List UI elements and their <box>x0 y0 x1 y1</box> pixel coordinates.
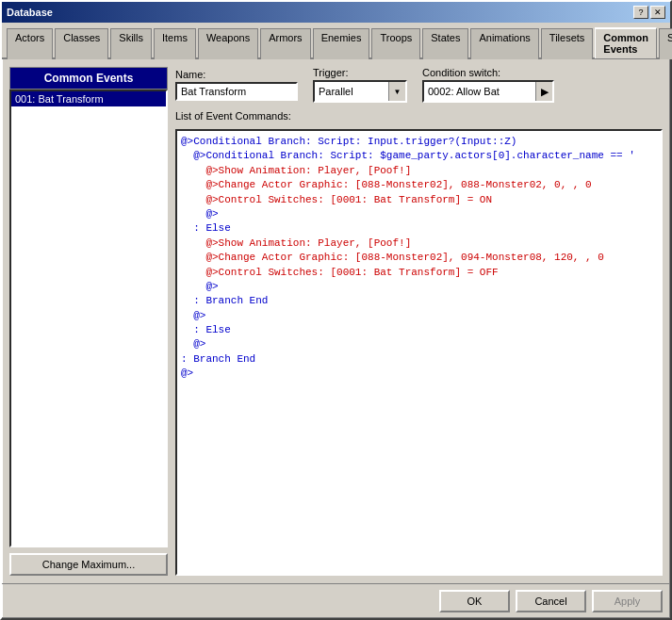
tab-animations[interactable]: Animations <box>470 28 538 59</box>
tab-common-events[interactable]: Common Events <box>595 27 657 58</box>
cancel-button[interactable]: Cancel <box>516 590 586 612</box>
name-label: Name: <box>175 69 298 80</box>
name-input[interactable] <box>175 82 298 101</box>
event-command-line[interactable]: @> <box>181 337 657 351</box>
name-group: Name: <box>175 69 298 101</box>
close-button[interactable]: ✕ <box>650 6 665 19</box>
tab-system[interactable]: System <box>659 28 672 59</box>
event-command-line[interactable]: : Branch End <box>181 352 657 367</box>
condition-switch-label: Condition switch: <box>422 67 554 78</box>
event-command-line[interactable]: @> <box>181 309 657 323</box>
content-area: Common Events 001: Bat Transform Change … <box>2 59 670 583</box>
tab-actors[interactable]: Actors <box>7 28 53 59</box>
tab-states[interactable]: States <box>422 28 468 59</box>
event-command-line[interactable]: @>Show Animation: Player, [Poof!] <box>181 164 657 178</box>
tab-skills[interactable]: Skills <box>110 28 152 59</box>
title-bar-buttons: ? ✕ <box>633 6 665 19</box>
apply-button[interactable]: Apply <box>592 590 663 612</box>
trigger-value: Parallel <box>315 84 388 99</box>
event-command-line[interactable]: : Branch End <box>181 294 657 308</box>
form-row: Name: Trigger: Parallel ▼ Condition swit… <box>175 67 663 103</box>
event-command-line[interactable]: @>Conditional Branch: Script: $game_part… <box>181 149 657 163</box>
right-panel: Name: Trigger: Parallel ▼ Condition swit… <box>175 67 663 576</box>
ok-button[interactable]: OK <box>439 590 510 612</box>
title-bar: Database ? ✕ <box>2 2 670 23</box>
tab-tilesets[interactable]: Tilesets <box>541 28 594 59</box>
condition-switch-group: Condition switch: 0002: Allow Bat ▶ <box>422 67 554 103</box>
event-command-line[interactable]: @>Control Switches: [0001: Bat Transform… <box>181 193 657 207</box>
trigger-group: Trigger: Parallel ▼ <box>313 67 407 103</box>
change-maximum-button[interactable]: Change Maximum... <box>9 553 168 576</box>
condition-switch-arrow[interactable]: ▶ <box>535 82 552 101</box>
tab-classes[interactable]: Classes <box>55 28 108 59</box>
trigger-label: Trigger: <box>313 67 407 78</box>
event-command-line[interactable]: @> <box>181 280 657 294</box>
event-command-line[interactable]: : Else <box>181 221 657 236</box>
event-commands-list[interactable]: @>Conditional Branch: Script: Input.trig… <box>175 129 663 576</box>
footer: OK Cancel Apply <box>2 583 670 618</box>
event-list-label: List of Event Commands: <box>175 110 663 122</box>
left-panel: Common Events 001: Bat Transform Change … <box>9 67 168 576</box>
list-item[interactable]: 001: Bat Transform <box>11 91 166 106</box>
panel-title: Common Events <box>9 67 168 90</box>
help-button[interactable]: ? <box>633 6 648 19</box>
window-title: Database <box>7 7 53 18</box>
tab-bar: Actors Classes Skills Items Weapons Armo… <box>2 23 670 59</box>
tab-enemies[interactable]: Enemies <box>313 28 370 59</box>
common-events-list[interactable]: 001: Bat Transform <box>9 90 168 547</box>
event-command-line[interactable]: : Else <box>181 323 657 337</box>
event-command-line[interactable]: @>Change Actor Graphic: [088-Monster02],… <box>181 251 657 265</box>
event-command-line[interactable]: @>Show Animation: Player, [Poof!] <box>181 237 657 251</box>
trigger-dropdown[interactable]: Parallel ▼ <box>313 80 407 103</box>
tab-weapons[interactable]: Weapons <box>198 28 258 59</box>
tab-troops[interactable]: Troops <box>371 28 420 59</box>
event-command-line[interactable]: @>Change Actor Graphic: [088-Monster02],… <box>181 178 657 192</box>
tab-armors[interactable]: Armors <box>260 28 310 59</box>
condition-switch-value: 0002: Allow Bat <box>424 84 535 99</box>
event-command-line[interactable]: @>Control Switches: [0001: Bat Transform… <box>181 266 657 280</box>
trigger-dropdown-arrow[interactable]: ▼ <box>388 82 405 101</box>
event-command-line[interactable]: @>Conditional Branch: Script: Input.trig… <box>181 135 657 149</box>
database-window: Database ? ✕ Actors Classes Skills Items… <box>0 0 672 620</box>
tab-items[interactable]: Items <box>154 28 196 59</box>
condition-switch-dropdown[interactable]: 0002: Allow Bat ▶ <box>422 80 554 103</box>
event-command-line[interactable]: @> <box>181 207 657 221</box>
event-command-line[interactable]: @> <box>181 367 657 381</box>
